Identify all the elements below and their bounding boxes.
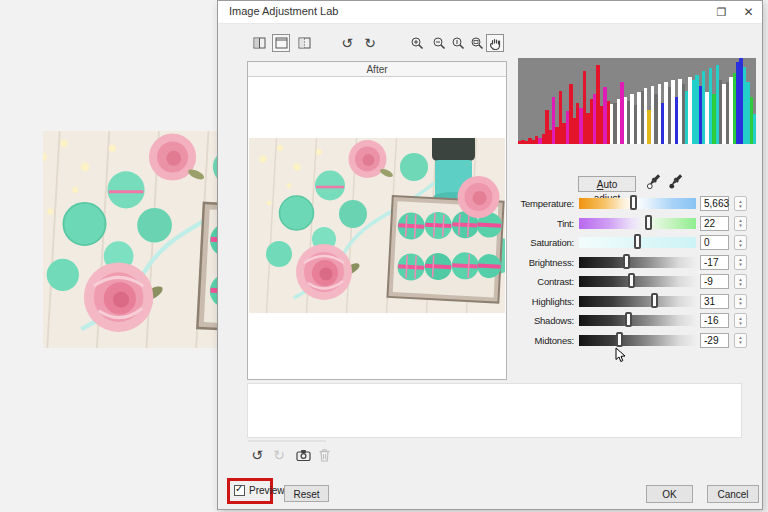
zoom-out-icon xyxy=(432,36,446,50)
brightness-slider[interactable] xyxy=(579,257,696,268)
trash-icon xyxy=(319,449,330,462)
tint-spinner[interactable]: ▲▼ xyxy=(734,216,747,231)
temperature-slider[interactable] xyxy=(579,198,696,209)
background-photo xyxy=(43,131,219,348)
shadows-label: Shadows: xyxy=(518,315,574,326)
two-pane-preview-icon xyxy=(253,37,266,49)
highlights-slider[interactable] xyxy=(579,296,696,307)
highlights-slider-handle[interactable] xyxy=(651,293,658,308)
spin-down-icon[interactable]: ▼ xyxy=(738,223,742,228)
temperature-label: Temperature: xyxy=(518,198,574,209)
midtones-value[interactable]: -29 xyxy=(700,333,729,348)
rotate-right-button[interactable]: ↻ xyxy=(361,34,379,52)
after-preview-image[interactable] xyxy=(249,138,505,313)
zoom-one-to-one-button[interactable] xyxy=(449,34,467,52)
reset-button[interactable]: Reset xyxy=(284,485,329,502)
contrast-spinner[interactable]: ▲▼ xyxy=(734,274,747,289)
shadows-spinner[interactable]: ▲▼ xyxy=(734,313,747,328)
saturation-label: Saturation: xyxy=(518,237,574,248)
saturation-spinner[interactable]: ▲▼ xyxy=(734,235,747,250)
midtones-slider-handle[interactable] xyxy=(616,332,623,347)
delete-snapshot-button[interactable] xyxy=(315,446,333,464)
shadows-value[interactable]: -16 xyxy=(700,313,729,328)
histogram xyxy=(518,58,756,144)
midtones-spinner[interactable]: ▲▼ xyxy=(734,333,747,348)
rotate-left-button[interactable]: ↺ xyxy=(338,34,356,52)
redo-button[interactable]: ↻ xyxy=(270,446,288,464)
zoom-to-fit-button[interactable] xyxy=(468,34,486,52)
white-point-dropper-button[interactable] xyxy=(646,173,663,190)
tint-slider-handle[interactable] xyxy=(645,215,652,230)
highlights-value[interactable]: 31 xyxy=(700,294,729,309)
rotate-left-icon: ↺ xyxy=(341,34,353,52)
spin-down-icon[interactable]: ▼ xyxy=(738,282,742,287)
slider-row-shadows: Shadows:-16▲▼ xyxy=(518,313,758,328)
dialog-titlebar[interactable]: Image Adjustment Lab ❐ ✕ xyxy=(218,1,762,24)
two-pane-preview-button[interactable] xyxy=(250,34,268,52)
contrast-value[interactable]: -9 xyxy=(700,274,729,289)
slider-row-saturation: Saturation:0▲▼ xyxy=(518,235,758,250)
zoom-out-button[interactable] xyxy=(430,34,448,52)
maximize-button[interactable]: ❐ xyxy=(713,4,730,20)
zoom-in-button[interactable] xyxy=(408,34,426,52)
preview-checkbox-label: Preview xyxy=(249,485,285,496)
dialog-title: Image Adjustment Lab xyxy=(229,5,338,17)
temperature-value[interactable]: 5,663 xyxy=(700,196,729,211)
highlights-spinner[interactable]: ▲▼ xyxy=(734,294,747,309)
after-header: After xyxy=(248,62,506,77)
pan-hand-icon xyxy=(489,37,502,50)
brightness-label: Brightness: xyxy=(518,257,574,268)
shadows-slider-handle[interactable] xyxy=(625,312,632,327)
snapshot-divider xyxy=(248,440,326,442)
histogram-bar xyxy=(753,114,756,144)
checkbox-box[interactable]: ✓ xyxy=(234,485,245,496)
screen: Image Adjustment Lab ❐ ✕ ↺ ↻ xyxy=(0,0,768,512)
slider-row-temperature: Temperature:5,663▲▼ xyxy=(518,196,758,211)
temperature-spinner[interactable]: ▲▼ xyxy=(734,196,747,211)
midtones-slider[interactable] xyxy=(579,335,696,346)
slider-row-brightness: Brightness:-17▲▼ xyxy=(518,255,758,270)
full-preview-button[interactable] xyxy=(272,34,290,52)
full-preview-icon xyxy=(275,37,288,49)
create-snapshot-button[interactable] xyxy=(294,446,312,464)
tint-slider[interactable] xyxy=(579,218,696,229)
zoom-one-to-one-icon xyxy=(451,36,465,50)
tint-value[interactable]: 22 xyxy=(700,216,729,231)
temperature-slider-handle[interactable] xyxy=(630,195,637,210)
pan-button[interactable] xyxy=(486,34,504,52)
black-point-dropper-button[interactable] xyxy=(668,173,685,190)
cancel-button[interactable]: Cancel xyxy=(707,485,759,503)
white-point-dropper-icon xyxy=(646,173,663,190)
shadows-slider[interactable] xyxy=(579,315,696,326)
undo-button[interactable]: ↺ xyxy=(248,446,266,464)
saturation-slider[interactable] xyxy=(579,237,696,248)
slider-row-midtones: Midtones:-29▲▼ xyxy=(518,333,758,348)
spin-down-icon[interactable]: ▼ xyxy=(738,262,742,267)
spin-down-icon[interactable]: ▼ xyxy=(738,301,742,306)
spin-down-icon[interactable]: ▼ xyxy=(738,243,742,248)
ok-button[interactable]: OK xyxy=(646,485,693,503)
preview-checkbox[interactable]: ✓ Preview xyxy=(234,485,285,496)
contrast-label: Contrast: xyxy=(518,276,574,287)
preview-pane[interactable]: After xyxy=(247,61,507,380)
spin-down-icon[interactable]: ▼ xyxy=(738,340,742,345)
tint-label: Tint: xyxy=(518,218,574,229)
spin-down-icon[interactable]: ▼ xyxy=(738,204,742,209)
check-icon: ✓ xyxy=(235,483,243,494)
slider-row-tint: Tint:22▲▼ xyxy=(518,216,758,231)
mouse-cursor xyxy=(615,347,627,363)
contrast-slider-handle[interactable] xyxy=(628,273,635,288)
undo-icon: ↺ xyxy=(251,446,263,464)
brightness-slider-handle[interactable] xyxy=(623,254,630,269)
brightness-value[interactable]: -17 xyxy=(700,255,729,270)
contrast-slider[interactable] xyxy=(579,276,696,287)
snapshot-strip[interactable] xyxy=(247,383,742,438)
saturation-value[interactable]: 0 xyxy=(700,235,729,250)
zoom-in-icon xyxy=(410,36,424,50)
close-button[interactable]: ✕ xyxy=(740,4,757,20)
auto-adjust-button[interactable]: Auto adjust xyxy=(578,176,636,192)
brightness-spinner[interactable]: ▲▼ xyxy=(734,255,747,270)
spin-down-icon[interactable]: ▼ xyxy=(738,321,742,326)
split-preview-button[interactable] xyxy=(295,34,313,52)
saturation-slider-handle[interactable] xyxy=(634,234,641,249)
